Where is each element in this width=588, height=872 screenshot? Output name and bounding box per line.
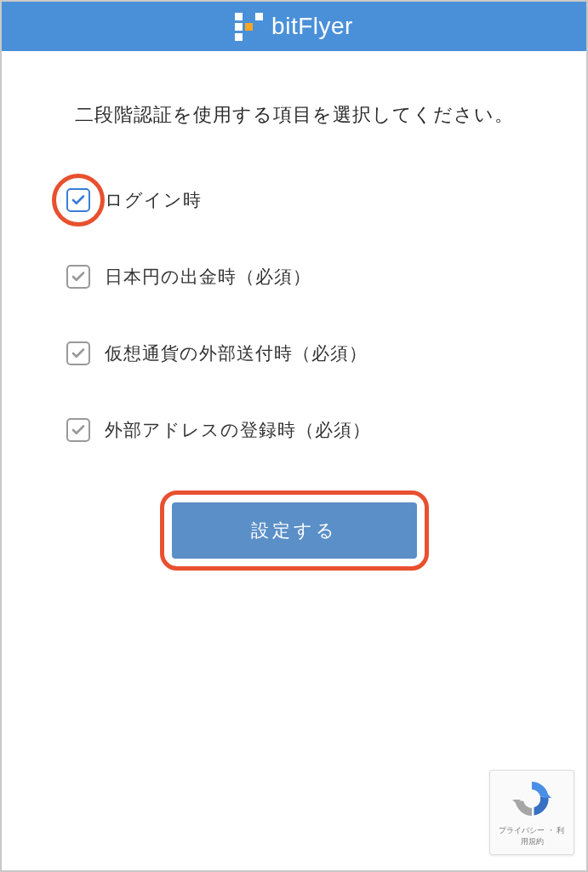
checkbox-jpy-withdrawal[interactable] bbox=[66, 265, 90, 289]
recaptcha-footer: プライバシー ・ 利用規約 bbox=[497, 825, 567, 847]
checkmark-icon bbox=[71, 422, 86, 438]
submit-wrap: 設定する bbox=[40, 502, 548, 559]
options-list: ログイン時 日本円の出金時（必須） 仮想通貨の外部送付時（必須） bbox=[40, 187, 548, 443]
app-container: bitFlyer 二段階認証を使用する項目を選択してください。 ログイン時 bbox=[0, 0, 588, 872]
recaptcha-badge[interactable]: プライバシー ・ 利用規約 bbox=[489, 770, 574, 855]
app-header: bitFlyer bbox=[2, 2, 586, 51]
option-login: ログイン時 bbox=[66, 187, 548, 213]
checkbox-crypto-send[interactable] bbox=[66, 341, 90, 365]
option-label: 外部アドレスの登録時（必須） bbox=[105, 418, 371, 442]
option-label: 仮想通貨の外部送付時（必須） bbox=[105, 341, 368, 365]
checkmark-icon bbox=[71, 192, 86, 208]
option-crypto-send: 仮想通貨の外部送付時（必須） bbox=[66, 341, 548, 366]
option-external-address: 外部アドレスの登録時（必須） bbox=[66, 417, 548, 443]
brand-logo-icon bbox=[235, 13, 263, 41]
brand-name: bitFlyer bbox=[271, 13, 353, 40]
checkmark-icon bbox=[71, 269, 86, 284]
submit-button[interactable]: 設定する bbox=[172, 502, 417, 559]
recaptcha-icon bbox=[511, 777, 553, 820]
checkbox-login[interactable] bbox=[66, 188, 90, 212]
brand-logo: bitFlyer bbox=[235, 13, 353, 41]
checkmark-icon bbox=[71, 346, 86, 361]
option-jpy-withdrawal: 日本円の出金時（必須） bbox=[66, 264, 548, 290]
main-content: 二段階認証を使用する項目を選択してください。 ログイン時 日本円の出金時（必 bbox=[2, 51, 586, 559]
option-label: ログイン時 bbox=[105, 188, 202, 212]
option-label: 日本円の出金時（必須） bbox=[105, 265, 311, 289]
page-title: 二段階認証を使用する項目を選択してください。 bbox=[40, 102, 548, 128]
checkbox-external-address[interactable] bbox=[66, 418, 90, 442]
